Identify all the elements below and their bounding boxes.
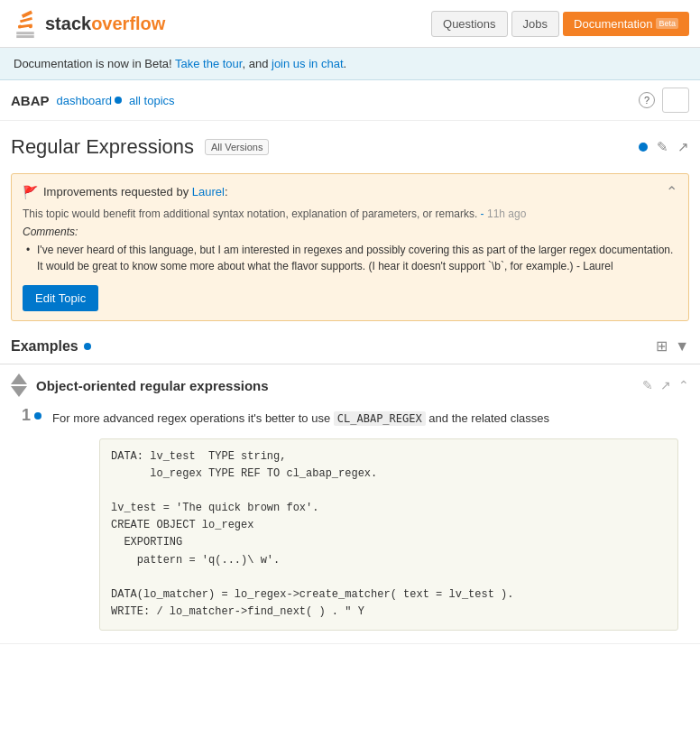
- chat-link[interactable]: join us in chat: [272, 57, 344, 70]
- example-item: Object-oriented regular expressions ✎ ↗ …: [0, 364, 700, 644]
- breadcrumb-abap: ABAP: [11, 93, 50, 108]
- vote-arrows: [11, 374, 27, 397]
- examples-actions: ⊞ ▼: [656, 337, 689, 355]
- logo-text: stackoverflow: [45, 14, 165, 32]
- svg-rect-4: [22, 11, 32, 18]
- improvement-body: This topic would benefit from additional…: [23, 208, 677, 220]
- dashboard-label: dashboard: [57, 94, 112, 107]
- tour-link[interactable]: Take the tour: [175, 57, 242, 70]
- example-collapse-icon[interactable]: ⌃: [678, 378, 689, 392]
- expand-icon[interactable]: ▼: [675, 338, 689, 355]
- svg-rect-1: [16, 35, 33, 38]
- examples-title: Examples: [11, 338, 91, 355]
- timestamp: 11h ago: [487, 208, 526, 220]
- topic-header: Regular Expressions All Versions ✎ ↗: [0, 121, 700, 166]
- example-description: For more advanced regex operations it's …: [52, 406, 689, 431]
- author-link[interactable]: Laurel: [192, 185, 225, 198]
- logo-icon: [11, 7, 40, 40]
- comment-item: I've never heard of this language, but I…: [37, 242, 677, 274]
- edit-icon[interactable]: ✎: [657, 139, 668, 155]
- improvements-box: 🚩 Improvements requested by Laurel: ⌃ Th…: [11, 173, 689, 321]
- example-item-actions: ✎ ↗ ⌃: [642, 378, 689, 392]
- upvote-button[interactable]: [11, 374, 27, 384]
- improvements-text: Improvements requested by Laurel:: [43, 185, 228, 198]
- example-item-header: Object-oriented regular expressions ✎ ↗ …: [0, 364, 700, 406]
- help-icon[interactable]: ?: [639, 92, 655, 108]
- example-body: For more advanced regex operations it's …: [52, 406, 689, 638]
- example-edit-icon[interactable]: ✎: [642, 378, 653, 392]
- svg-rect-3: [20, 17, 32, 23]
- logo-area: stackoverflow: [11, 7, 165, 40]
- svg-rect-0: [16, 32, 33, 34]
- questions-button[interactable]: Questions: [431, 11, 508, 37]
- all-topics-label: all topics: [129, 94, 175, 107]
- improvements-header-left: 🚩 Improvements requested by Laurel:: [23, 185, 228, 199]
- beta-badge: Beta: [656, 18, 678, 29]
- search-box[interactable]: [662, 88, 689, 113]
- header: stackoverflow Questions Jobs Documentati…: [0, 0, 700, 48]
- breadcrumb-bar: ABAP dashboard all topics ?: [0, 80, 700, 121]
- code-block: DATA: lv_test TYPE string, lo_regex TYPE…: [99, 438, 678, 632]
- example-external-icon[interactable]: ↗: [660, 378, 671, 392]
- topic-status-dot: [639, 143, 648, 152]
- examples-dot: [84, 343, 91, 350]
- inline-code: CL_ABAP_REGEX: [334, 411, 426, 426]
- external-link-icon[interactable]: ↗: [677, 139, 689, 155]
- grid-icon[interactable]: ⊞: [656, 337, 668, 355]
- svg-point-6: [29, 24, 32, 28]
- flag-icon: 🚩: [23, 185, 38, 199]
- beta-banner: Documentation is now in Beta! Take the t…: [0, 48, 700, 80]
- svg-point-5: [18, 24, 22, 28]
- example-number: 1: [11, 406, 52, 425]
- banner-text: Documentation is now in Beta!: [14, 57, 172, 70]
- jobs-button[interactable]: Jobs: [511, 11, 559, 37]
- number-dot: [34, 412, 41, 420]
- improvements-header: 🚩 Improvements requested by Laurel: ⌃: [23, 183, 677, 200]
- topic-actions: ✎ ↗: [639, 139, 689, 155]
- comments-label: Comments:: [23, 226, 677, 238]
- collapse-icon[interactable]: ⌃: [666, 183, 677, 200]
- topic-title: Regular Expressions: [11, 135, 194, 159]
- dashboard-link[interactable]: dashboard: [57, 94, 122, 107]
- edit-topic-button[interactable]: Edit Topic: [23, 285, 98, 311]
- dashboard-dot: [115, 97, 122, 104]
- example-title: Object-oriented regular expressions: [36, 378, 269, 393]
- documentation-button[interactable]: DocumentationBeta: [563, 12, 689, 36]
- nav-buttons: Questions Jobs DocumentationBeta: [431, 11, 689, 37]
- downvote-button[interactable]: [11, 386, 27, 397]
- examples-header: Examples ⊞ ▼: [0, 328, 700, 364]
- example-content: 1 For more advanced regex operations it'…: [0, 406, 700, 643]
- all-topics-link[interactable]: all topics: [129, 94, 175, 107]
- all-versions-button[interactable]: All Versions: [205, 139, 269, 155]
- example-title-area: Object-oriented regular expressions: [36, 378, 633, 393]
